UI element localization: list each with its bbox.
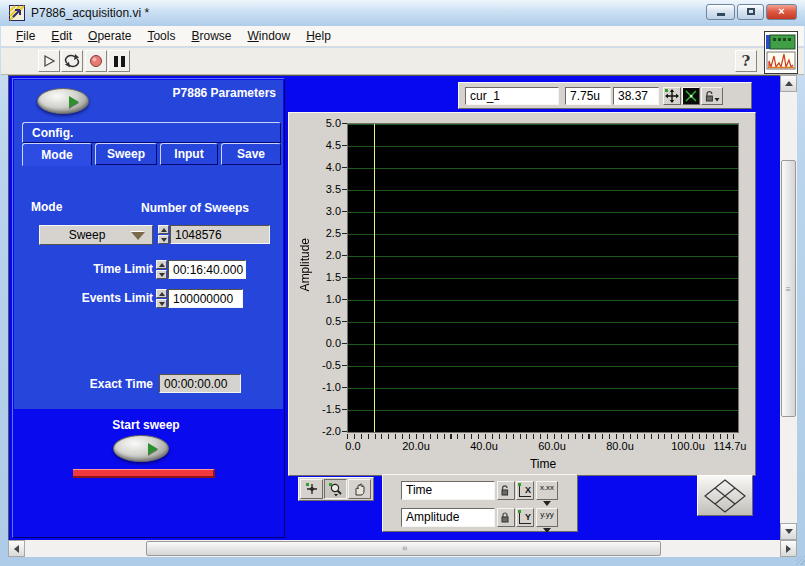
events-limit-field[interactable]: 100000000: [168, 289, 243, 308]
magnifier-icon: [328, 482, 343, 497]
maximize-icon: [747, 8, 755, 15]
resize-grip[interactable]: [796, 556, 805, 565]
cursor-y-field[interactable]: 38.37: [613, 87, 659, 105]
horizontal-scroll-thumb[interactable]: ≡: [146, 541, 661, 556]
scroll-left-button[interactable]: [8, 540, 25, 557]
scroll-up-button[interactable]: [780, 75, 797, 92]
tab-input[interactable]: Input: [160, 143, 218, 165]
arrow-left-icon: [14, 545, 19, 553]
cursor-tool-button[interactable]: [300, 479, 323, 499]
y-autoscale-lock-button[interactable]: [497, 508, 515, 527]
x-tick: 0.0: [345, 440, 360, 452]
y-autoscale-button[interactable]: Y: [516, 508, 534, 527]
pause-button[interactable]: [108, 50, 130, 72]
y-scale-name-field[interactable]: Amplitude: [401, 508, 495, 527]
cursor-style-icon: [684, 89, 698, 103]
tab-save[interactable]: Save: [221, 143, 281, 165]
time-limit-stepper[interactable]: [156, 260, 167, 279]
x-tick: 114.7u: [714, 440, 747, 452]
vi-icon-button[interactable]: [764, 31, 798, 74]
x-autoscale-button[interactable]: X: [516, 481, 534, 500]
x-axis-label: Time: [530, 457, 556, 471]
panel-title: P7886 Parameters: [173, 86, 276, 100]
time-limit-label: Time Limit: [91, 262, 153, 276]
waveform-graph: Amplitude 5.04.5 4.03.5 3.02.5 2.01.5 1.…: [288, 112, 756, 476]
sweeps-field[interactable]: 1048576: [170, 225, 270, 244]
run-icon: [42, 54, 56, 68]
lock-open-icon: [500, 484, 512, 497]
chevron-down-icon: [543, 501, 551, 506]
scroll-right-button[interactable]: [780, 540, 797, 557]
mode-label: Mode: [31, 200, 62, 214]
question-mark-icon: ?: [742, 52, 751, 70]
tab-config-group[interactable]: Config.: [22, 122, 281, 143]
minimize-button[interactable]: [706, 4, 735, 20]
menu-browse[interactable]: Browse: [183, 27, 239, 45]
lock-open-icon: [704, 90, 720, 103]
x-scale-name-field[interactable]: Time: [401, 481, 495, 500]
context-help-button[interactable]: ?: [735, 50, 757, 72]
four-way-arrow-icon: [665, 89, 679, 103]
power-led-button[interactable]: [37, 88, 89, 114]
mode-dropdown[interactable]: Sweep: [39, 225, 153, 245]
y-format-button[interactable]: y.yy: [536, 508, 558, 527]
tab-sweep[interactable]: Sweep: [95, 143, 157, 165]
dropdown-triangle-icon: [131, 232, 145, 240]
cursor-move-button[interactable]: [663, 87, 681, 105]
parameters-panel: P7886 Parameters Config. Mode Sweep Inpu…: [12, 78, 285, 538]
cursor-x-field[interactable]: 7.75u: [565, 87, 611, 105]
cursor-lock-button[interactable]: [701, 87, 723, 105]
cursor-name-field[interactable]: cur_1: [465, 87, 559, 105]
events-limit-stepper[interactable]: [156, 289, 167, 308]
x-autoscale-lock-button[interactable]: [497, 481, 515, 500]
exact-time-label: Exact Time: [86, 377, 153, 391]
application-window: P7886_acquisition.vi * × File Edit Opera…: [0, 0, 805, 566]
run-continuously-icon: [64, 54, 80, 68]
vertical-scrollbar[interactable]: ≡: [780, 75, 797, 540]
crosshair-icon: [305, 482, 319, 496]
cursor-style-button[interactable]: [682, 87, 700, 105]
cursor-legend: cur_1 7.75u 38.37: [458, 82, 752, 109]
minimize-icon: [717, 13, 725, 16]
vertical-scroll-thumb[interactable]: ≡: [781, 160, 796, 417]
start-sweep-button[interactable]: [113, 435, 169, 462]
x-tick: 80.0u: [606, 440, 634, 452]
run-button[interactable]: [38, 50, 60, 72]
graph-palette: [298, 477, 374, 501]
time-limit-field[interactable]: 00:16:40.000: [168, 260, 246, 279]
x-tick: 40.0u: [470, 440, 498, 452]
maximize-button[interactable]: [737, 4, 764, 20]
abort-button[interactable]: [85, 50, 107, 72]
scale-legend: Time X x.xx Amplitude Y y.yy: [382, 474, 578, 532]
diamond-decoration-button[interactable]: [697, 475, 753, 516]
plot-area[interactable]: [347, 123, 739, 433]
pause-icon: [114, 56, 125, 67]
sweeps-stepper[interactable]: [158, 225, 169, 244]
close-button[interactable]: ×: [766, 4, 797, 20]
arrow-up-icon: [785, 81, 793, 86]
menu-bar: File Edit Operate Tools Browse Window He…: [1, 26, 804, 47]
arrow-down-icon: [785, 529, 793, 534]
x-axis-icon: X: [519, 485, 531, 497]
menu-file[interactable]: File: [8, 27, 43, 45]
exact-time-field: 00:00:00.00: [159, 374, 241, 393]
scroll-down-button[interactable]: [780, 523, 797, 540]
number-of-sweeps-label: Number of Sweeps: [141, 201, 249, 215]
menu-edit[interactable]: Edit: [43, 27, 80, 45]
zoom-tool-button[interactable]: [324, 479, 347, 499]
x-tick: 60.0u: [538, 440, 566, 452]
x-format-button[interactable]: x.xx: [536, 481, 558, 500]
menu-window[interactable]: Window: [239, 27, 298, 45]
y-axis-ticks: 5.04.5 4.03.5 3.02.5 2.01.5 1.00.5 0.0-0…: [301, 116, 341, 438]
menu-tools[interactable]: Tools: [139, 27, 183, 45]
cursor-line[interactable]: [374, 124, 375, 432]
vi-icon: [765, 32, 797, 73]
x-tick: 100.0u: [671, 440, 705, 452]
menu-operate[interactable]: Operate: [80, 27, 139, 45]
green-arrow-icon: [148, 443, 158, 455]
tab-mode[interactable]: Mode: [22, 143, 92, 166]
menu-help[interactable]: Help: [298, 27, 339, 45]
run-continuously-button[interactable]: [61, 50, 83, 72]
pan-tool-button[interactable]: [348, 479, 371, 499]
horizontal-scrollbar[interactable]: ≡: [8, 540, 797, 557]
